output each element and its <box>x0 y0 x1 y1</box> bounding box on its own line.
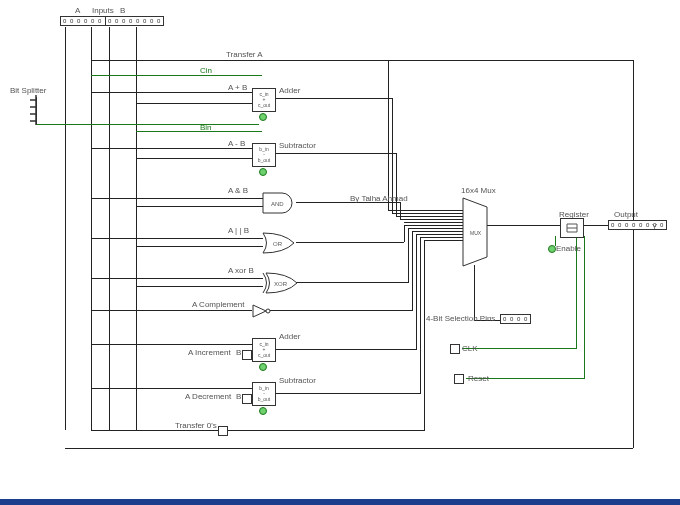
wire <box>136 131 262 132</box>
mux-icon: MUX <box>462 197 488 267</box>
label-inc-pin: B <box>236 348 241 357</box>
input-b-value: 0 0 0 0 0 0 0 0 <box>108 18 161 24</box>
wire <box>474 265 475 320</box>
wire <box>400 219 463 220</box>
wire <box>388 60 633 61</box>
sub1-box-text: b_in - b_out <box>258 147 271 164</box>
wire <box>36 124 259 125</box>
zero-const-pin[interactable] <box>218 426 228 436</box>
inc-const-pin[interactable] <box>242 350 252 360</box>
wire <box>487 225 560 226</box>
wire <box>91 278 263 279</box>
credit-text: By Talha Ahmad <box>350 194 408 203</box>
xor-label: XOR <box>274 281 288 287</box>
label-adder2: Adder <box>279 332 300 341</box>
led-icon <box>259 407 267 415</box>
wire <box>388 60 389 210</box>
wire <box>136 158 252 159</box>
label-reset: Reset <box>468 374 489 383</box>
led-icon <box>259 363 267 371</box>
wire <box>275 153 397 154</box>
wire <box>65 27 66 430</box>
label-output: Output <box>614 210 638 219</box>
wire <box>91 60 389 61</box>
xor-gate-icon: XOR <box>262 272 300 294</box>
or-label: OR <box>273 241 283 247</box>
wire <box>416 234 463 235</box>
label-mux-title: 16x4 Mux <box>461 186 496 195</box>
wire <box>462 348 576 349</box>
wire <box>584 236 585 379</box>
label-sel-pins: 4-Bit Selection Pins <box>426 314 495 323</box>
reset-pin[interactable] <box>454 374 464 384</box>
dec-const-pin[interactable] <box>242 394 252 404</box>
label-bin: Bin <box>200 123 212 132</box>
label-sub1: Subtractor <box>279 141 316 150</box>
wire <box>275 98 393 99</box>
sel-pins-value: 0 0 0 0 <box>503 316 528 322</box>
wire <box>424 240 425 431</box>
wire <box>225 430 424 431</box>
input-b-pins[interactable]: 0 0 0 0 0 0 0 0 <box>105 16 164 26</box>
wire <box>136 27 137 430</box>
sub2-box: b_in - b_out <box>252 382 276 406</box>
label-a-complement: A Complement <box>192 300 244 309</box>
label-a-minus-b: A - B <box>228 139 245 148</box>
wire <box>416 234 417 350</box>
enable-led-icon <box>548 245 556 253</box>
label-dec-pin: B <box>236 392 241 401</box>
label-clk: CLK <box>462 344 478 353</box>
wire <box>424 240 463 241</box>
register-box <box>560 218 584 238</box>
wire <box>404 225 463 226</box>
label-a-increment: A Increment <box>188 348 231 357</box>
wire <box>109 27 110 430</box>
wire <box>388 210 463 211</box>
label-cin: Cin <box>200 66 212 75</box>
label-input-a: A <box>75 6 80 15</box>
wire <box>91 238 263 239</box>
mux-label: MUX <box>470 230 482 236</box>
label-output-y: Y <box>652 222 657 231</box>
wire <box>136 206 263 207</box>
wire <box>91 310 252 311</box>
adder2-box: c_in + c_out <box>252 338 276 362</box>
wire <box>420 237 421 394</box>
label-bit-splitter: Bit Splitter <box>10 86 46 95</box>
sel-pins[interactable]: 0 0 0 0 <box>500 314 531 324</box>
wire <box>583 225 609 226</box>
bit-splitter-icon <box>28 95 42 125</box>
wire <box>633 60 634 448</box>
wire <box>65 448 633 449</box>
label-a-plus-b: A + B <box>228 83 247 92</box>
register-icon <box>566 223 578 233</box>
wire <box>91 27 92 430</box>
svg-point-0 <box>266 309 270 313</box>
sub2-box-text: b_in - b_out <box>258 386 271 403</box>
wire <box>404 222 463 223</box>
wire <box>408 228 409 283</box>
clk-pin[interactable] <box>450 344 460 354</box>
wire <box>396 216 463 217</box>
wire <box>296 242 404 243</box>
adder1-box-text: c_in + c_out <box>258 92 270 109</box>
wire <box>420 237 463 238</box>
label-a-decrement: A Decrement <box>185 392 231 401</box>
label-adder1: Adder <box>279 86 300 95</box>
label-sub2: Subtractor <box>279 376 316 385</box>
output-pins: 0 0 0 0 0 0 0 0 <box>608 220 667 230</box>
adder2-box-text: c_in + c_out <box>258 342 270 359</box>
wire <box>136 103 252 104</box>
wire <box>412 231 463 232</box>
wire <box>404 225 405 242</box>
wire <box>136 286 263 287</box>
or-gate-icon: OR <box>262 232 298 254</box>
label-inputs: Inputs <box>92 6 114 15</box>
wire <box>91 388 252 389</box>
led-icon <box>259 168 267 176</box>
label-transfer-0: Transfer 0's <box>175 421 217 430</box>
label-a-and-b: A & B <box>228 186 248 195</box>
sub1-box: b_in - b_out <box>252 143 276 167</box>
wire <box>91 344 252 345</box>
wire <box>270 310 412 311</box>
